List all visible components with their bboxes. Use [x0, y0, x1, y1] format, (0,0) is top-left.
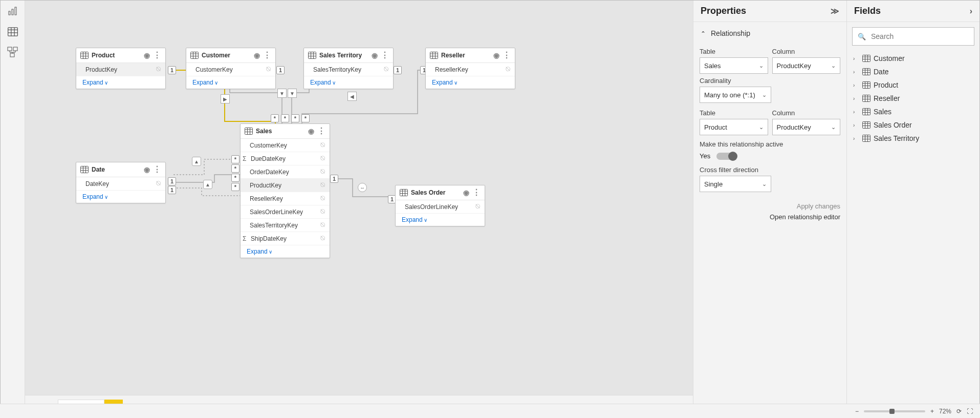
zoom-value: 72% — [939, 408, 951, 415]
eye-icon[interactable]: ◉ — [493, 51, 499, 59]
fit-page-icon[interactable]: ⟳ — [956, 408, 962, 415]
properties-panel: Properties≫ ⌄Relationship TableSales⌄ Co… — [693, 1, 846, 417]
hidden-icon[interactable]: ⦰ — [266, 65, 271, 74]
table-icon — [862, 55, 870, 62]
fit-width-icon[interactable]: ⛶ — [967, 408, 973, 415]
field-row[interactable]: ΣDueDateKey⦰ — [241, 152, 330, 165]
field-table-product[interactable]: ›Product — [850, 78, 976, 92]
field-row[interactable]: DateKey⦰ — [76, 177, 165, 191]
table-icon — [862, 68, 870, 75]
cross-filter-dropdown[interactable]: Single⌄ — [700, 176, 771, 192]
eye-icon[interactable]: ◉ — [463, 189, 469, 197]
table1-dropdown[interactable]: Sales⌄ — [700, 57, 768, 74]
table-card-product[interactable]: Product◉⋮ ProductKey⦰ Expand — [76, 48, 166, 89]
fields-panel: Fields› 🔍 ›Customer›Date›Product›Reselle… — [846, 1, 979, 417]
chevron-right-icon: › — [853, 136, 859, 141]
collapse-icon[interactable]: ≫ — [831, 6, 839, 16]
table-card-customer[interactable]: Customer◉⋮ CustomerKey⦰ Expand — [186, 48, 276, 89]
svg-rect-10 — [10, 53, 14, 57]
eye-icon[interactable]: ◉ — [144, 51, 150, 59]
search-input[interactable] — [870, 32, 969, 41]
zoom-minus[interactable]: − — [855, 408, 859, 415]
hidden-icon[interactable]: ⦰ — [384, 65, 389, 74]
field-row[interactable]: OrderDateKey⦰ — [241, 165, 330, 179]
direction-arrow-icon: ▲ — [203, 180, 212, 189]
eye-icon[interactable]: ◉ — [254, 51, 260, 59]
expand-link[interactable]: Expand — [396, 214, 485, 226]
more-icon[interactable]: ⋮ — [153, 51, 161, 59]
more-icon[interactable]: ⋮ — [153, 165, 161, 174]
status-bar: − + 72% ⟳ ⛶ — [0, 404, 980, 418]
report-view-icon[interactable] — [7, 6, 18, 17]
model-canvas[interactable]: 1 1 1 1 ▶ ▼ ▼ ◀ * * * * 1 1 * * * * ▲ ▲ … — [25, 1, 693, 395]
more-icon[interactable]: ⋮ — [472, 189, 481, 197]
section-header[interactable]: ⌄Relationship — [700, 25, 840, 41]
table-card-reseller[interactable]: Reseller◉⋮ ResellerKey⦰ Expand — [425, 48, 515, 89]
expand-link[interactable]: Expand — [76, 191, 165, 203]
field-row[interactable]: ResellerKey⦰ — [241, 192, 330, 205]
field-row[interactable]: SalesTerritoryKey⦰ — [304, 63, 393, 76]
expand-link[interactable]: Expand — [426, 76, 515, 89]
field-row[interactable]: ProductKey⦰ — [241, 179, 330, 192]
field-row[interactable]: CustomerKey⦰ — [186, 63, 275, 76]
card-title: Product — [92, 52, 141, 59]
table-card-sales-order[interactable]: Sales Order◉⋮ SalesOrderLineKey⦰ Expand — [395, 185, 485, 226]
more-icon[interactable]: ⋮ — [503, 51, 511, 59]
cardinality-dropdown[interactable]: Many to one (*:1)⌄ — [700, 87, 771, 103]
hidden-icon[interactable]: ⦰ — [506, 65, 511, 74]
field-table-reseller[interactable]: ›Reseller — [850, 92, 976, 105]
panel-title: Fields — [854, 6, 881, 16]
field-table-customer[interactable]: ›Customer — [850, 52, 976, 65]
field-search[interactable]: 🔍 — [852, 27, 974, 46]
eye-icon[interactable]: ◉ — [372, 51, 378, 59]
chevron-right-icon: › — [853, 82, 859, 88]
chevron-right-icon: › — [853, 96, 859, 101]
column1-dropdown[interactable]: ProductKey⌄ — [772, 57, 841, 74]
chevron-right-icon: › — [853, 69, 859, 75]
field-row[interactable]: SalesTerritoryKey⦰ — [241, 219, 330, 232]
canvas-wrap: 1 1 1 1 ▶ ▼ ▼ ◀ * * * * 1 1 * * * * ▲ ▲ … — [25, 1, 693, 417]
expand-link[interactable]: Expand — [186, 76, 275, 89]
chevron-right-icon: › — [853, 109, 859, 115]
field-row[interactable]: CustomerKey⦰ — [241, 139, 330, 152]
field-row[interactable]: ProductKey⦰ — [76, 63, 165, 76]
expand-link[interactable]: Expand — [304, 76, 393, 89]
more-icon[interactable]: ⋮ — [263, 51, 271, 59]
field-row[interactable]: SalesOrderLineKey⦰ — [241, 205, 330, 219]
table-icon — [862, 95, 870, 102]
open-editor-link[interactable]: Open relationship editor — [700, 213, 840, 221]
direction-arrow-icon: ▼ — [288, 89, 297, 98]
table-card-sales[interactable]: Sales◉⋮ CustomerKey⦰ ΣDueDateKey⦰ OrderD… — [240, 123, 330, 258]
chevron-right-icon: › — [853, 122, 859, 128]
active-toggle[interactable] — [716, 153, 737, 160]
table2-dropdown[interactable]: Product⌄ — [700, 119, 768, 135]
field-row[interactable]: ΣShipDateKey⦰ — [241, 232, 330, 245]
model-view-icon[interactable] — [7, 47, 18, 58]
collapse-icon[interactable]: › — [970, 7, 972, 16]
data-view-icon[interactable] — [7, 26, 18, 37]
view-switcher-bar — [1, 1, 25, 417]
expand-link[interactable]: Expand — [76, 76, 165, 89]
field-row[interactable]: ResellerKey⦰ — [426, 63, 515, 76]
eye-icon[interactable]: ◉ — [144, 165, 150, 174]
table-icon — [862, 121, 870, 129]
field-table-date[interactable]: ›Date — [850, 65, 976, 78]
field-table-sales[interactable]: ›Sales — [850, 105, 976, 118]
hidden-icon[interactable]: ⦰ — [156, 65, 161, 74]
table-card-date[interactable]: Date◉⋮ DateKey⦰ Expand — [76, 162, 166, 203]
panel-title: Properties — [701, 6, 746, 16]
column2-dropdown[interactable]: ProductKey⌄ — [772, 119, 841, 135]
field-table-sales-order[interactable]: ›Sales Order — [850, 118, 976, 132]
more-icon[interactable]: ⋮ — [381, 51, 389, 59]
svg-rect-6 — [12, 9, 13, 15]
zoom-slider[interactable] — [864, 410, 925, 412]
table-card-sales-territory[interactable]: Sales Territory◉⋮ SalesTerritoryKey⦰ Exp… — [303, 48, 394, 89]
eye-icon[interactable]: ◉ — [308, 127, 314, 135]
chevron-right-icon: › — [853, 56, 859, 61]
more-icon[interactable]: ⋮ — [317, 127, 325, 135]
field-table-sales-territory[interactable]: ›Sales Territory — [850, 132, 976, 145]
expand-link[interactable]: Expand — [241, 245, 330, 258]
direction-arrow-icon: ▼ — [277, 89, 287, 98]
field-row[interactable]: SalesOrderLineKey⦰ — [396, 200, 485, 214]
zoom-plus[interactable]: + — [930, 408, 934, 415]
